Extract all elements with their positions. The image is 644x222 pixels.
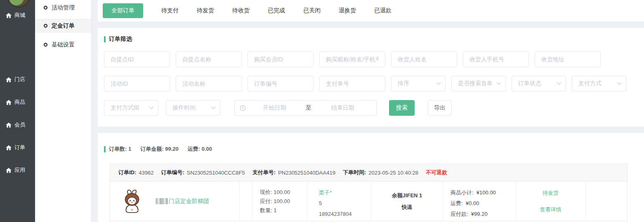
clock-icon bbox=[240, 105, 246, 111]
home-icon bbox=[6, 145, 12, 150]
order-card: 订单ID: 43962 订单编号: SN2305251040CCC8F5 支付单… bbox=[110, 164, 627, 222]
search-button[interactable]: 搜索 bbox=[389, 100, 415, 116]
delivery-method: 快递 bbox=[402, 203, 413, 211]
order-time-value: 2023-05-25 10:40:28 bbox=[368, 170, 418, 176]
spacer-cell bbox=[239, 182, 252, 221]
chevron-down-icon bbox=[211, 105, 215, 109]
order-count: 订单数: 1 bbox=[109, 145, 131, 153]
payment-method-select[interactable]: 支付方式 bbox=[572, 76, 626, 91]
circle-icon bbox=[44, 43, 47, 47]
sidebar-item-apps[interactable]: 应用 bbox=[6, 166, 25, 174]
current-price: 现价: 100.00 bbox=[260, 188, 307, 197]
order-time-label: 下单时间: bbox=[343, 169, 366, 176]
operate-time-select[interactable]: 操作时间 bbox=[166, 100, 220, 116]
tab-closed[interactable]: 已关闭 bbox=[303, 7, 321, 14]
circle-icon bbox=[44, 6, 47, 9]
filter-row-3: 支付方式组 操作时间 开始日期 至 结束日期 搜索 导出 bbox=[104, 100, 644, 116]
secondary-sidebar: 活动管理 定金订单 基础设置 bbox=[35, 0, 92, 222]
receiver-address-input[interactable] bbox=[535, 51, 601, 67]
filter-row-2: 排序 是否搜索首单 订单状态 支付方式 bbox=[104, 76, 644, 91]
filter-section-title: 订单筛选 bbox=[104, 35, 644, 43]
sidebar-item-members[interactable]: 会员 bbox=[6, 121, 25, 129]
activity-id-input[interactable] bbox=[104, 76, 170, 91]
sidebar-item-label: 会员 bbox=[14, 121, 25, 129]
product-name-link[interactable]: 门店定金阶梯团 bbox=[156, 198, 209, 205]
buyer-keyword-input[interactable] bbox=[319, 51, 385, 67]
chevron-down-icon bbox=[617, 80, 621, 85]
start-date-placeholder[interactable]: 开始日期 bbox=[246, 104, 303, 112]
order-sn-label: 订单编号: bbox=[161, 169, 184, 176]
sidebar-item-goods[interactable]: 商品 bbox=[6, 98, 25, 106]
date-range-picker[interactable]: 开始日期 至 结束日期 bbox=[234, 100, 377, 116]
home-icon bbox=[6, 122, 12, 128]
order-amount: 订单金额: 99.20 bbox=[140, 145, 179, 153]
sidebar-item-label: 门店 bbox=[14, 76, 25, 83]
sidebar-item-orders[interactable]: 订单 bbox=[6, 144, 25, 151]
payment-sn-label: 支付单号: bbox=[252, 169, 276, 176]
main-content: 全部订单 待支付 待发货 待收货 已完成 已关闭 退换货 已退款 订单筛选 bbox=[92, 0, 644, 222]
tab-refunded[interactable]: 已退款 bbox=[374, 7, 392, 14]
order-id-value: 43962 bbox=[139, 170, 153, 176]
payment-sn-input[interactable] bbox=[319, 76, 385, 91]
home-icon bbox=[6, 100, 12, 105]
buyer-phone: 18924237804 bbox=[319, 209, 371, 220]
first-order-select[interactable]: 是否搜索首单 bbox=[451, 76, 506, 91]
order-status-select[interactable]: 订单状态 bbox=[512, 76, 566, 91]
date-range-separator: 至 bbox=[303, 104, 314, 112]
divider-band bbox=[92, 21, 644, 28]
export-button[interactable]: 导出 bbox=[428, 100, 452, 116]
primary-sidebar: 商城 门店 商品 会员 订单 应用 bbox=[0, 0, 35, 222]
chevron-down-icon bbox=[496, 80, 501, 85]
submenu-item-label: 基础设置 bbox=[52, 41, 75, 49]
order-filter-panel: 订单筛选 排序 是否搜索首 bbox=[98, 28, 644, 126]
delivery-cell: 余额JIFEN 1 快递 bbox=[371, 182, 443, 221]
order-summary-bar: 订单数: 1 订单金额: 99.20 运费: 0.00 bbox=[104, 145, 636, 153]
order-list-panel: 订单数: 1 订单金额: 99.20 运费: 0.00 订单ID: 43962 … bbox=[98, 133, 644, 222]
sidebar-item-mall[interactable]: 商城 bbox=[6, 12, 25, 19]
chevron-down-icon bbox=[149, 105, 153, 109]
payment-group-select[interactable]: 支付方式组 bbox=[104, 100, 158, 116]
sidebar-item-store[interactable]: 门店 bbox=[6, 76, 25, 83]
submenu-item-activity[interactable]: 活动管理 bbox=[35, 1, 91, 14]
non-refundable-badge: 不可退款 bbox=[426, 169, 447, 176]
freight: 运费: ¥0.00 bbox=[451, 198, 515, 209]
order-sn-input[interactable] bbox=[248, 76, 314, 91]
receiver-name-input[interactable] bbox=[391, 51, 457, 67]
divider-band bbox=[92, 126, 644, 133]
submenu-item-deposit-orders[interactable]: 定金订单 bbox=[35, 19, 91, 33]
receiver-phone-input[interactable] bbox=[463, 51, 529, 67]
buyer-member-id-input[interactable] bbox=[248, 51, 314, 67]
sidebar-item-label: 商品 bbox=[14, 98, 25, 106]
submenu-item-label: 活动管理 bbox=[52, 4, 75, 12]
home-icon bbox=[6, 168, 12, 173]
sort-select[interactable]: 排序 bbox=[391, 76, 446, 91]
app-window: 商城 门店 商品 会员 订单 应用 活动管理 定金订单 bbox=[0, 0, 644, 222]
home-icon bbox=[6, 77, 12, 82]
home-icon bbox=[6, 13, 12, 18]
activity-name-input[interactable] bbox=[176, 76, 242, 91]
tab-pending-shipment[interactable]: 待发货 bbox=[197, 7, 214, 14]
totals-cell: 商品小计: ¥100.00 运费: ¥0.00 应付款: ¥99.20 bbox=[443, 182, 515, 221]
sidebar-item-label: 商城 bbox=[14, 12, 25, 19]
pickup-name-input[interactable] bbox=[176, 51, 242, 67]
tab-returns[interactable]: 退换货 bbox=[339, 7, 356, 14]
order-card-header: 订单ID: 43962 订单编号: SN2305251040CCC8F5 支付单… bbox=[110, 164, 627, 182]
pickup-id-input[interactable] bbox=[104, 51, 170, 67]
tab-pending-receipt[interactable]: 待收货 bbox=[232, 7, 250, 14]
payable: 应付款: ¥99.20 bbox=[451, 209, 515, 220]
view-detail-link[interactable]: 查看详情 bbox=[540, 206, 561, 213]
tab-pending-payment[interactable]: 待支付 bbox=[161, 7, 179, 14]
chevron-down-icon bbox=[436, 80, 441, 85]
sidebar-item-label: 应用 bbox=[14, 166, 25, 174]
price-cell: 现价: 100.00 应付: 100.00 数量: 1 bbox=[252, 182, 307, 221]
submenu-item-basic-settings[interactable]: 基础设置 bbox=[35, 38, 91, 51]
sidebar-item-label: 订单 bbox=[14, 144, 25, 151]
buyer-nickname-link[interactable]: 栗子* bbox=[319, 187, 371, 198]
tab-all-orders[interactable]: 全部订单 bbox=[103, 3, 143, 18]
end-date-placeholder[interactable]: 结束日期 bbox=[314, 104, 371, 112]
order-sn-value: SN2305251040CCC8F5 bbox=[187, 170, 245, 176]
green-bar-icon bbox=[104, 146, 106, 152]
tab-completed[interactable]: 已完成 bbox=[268, 7, 285, 14]
quantity: 数量: 1 bbox=[260, 206, 307, 215]
submenu-item-label: 定金订单 bbox=[52, 22, 75, 30]
